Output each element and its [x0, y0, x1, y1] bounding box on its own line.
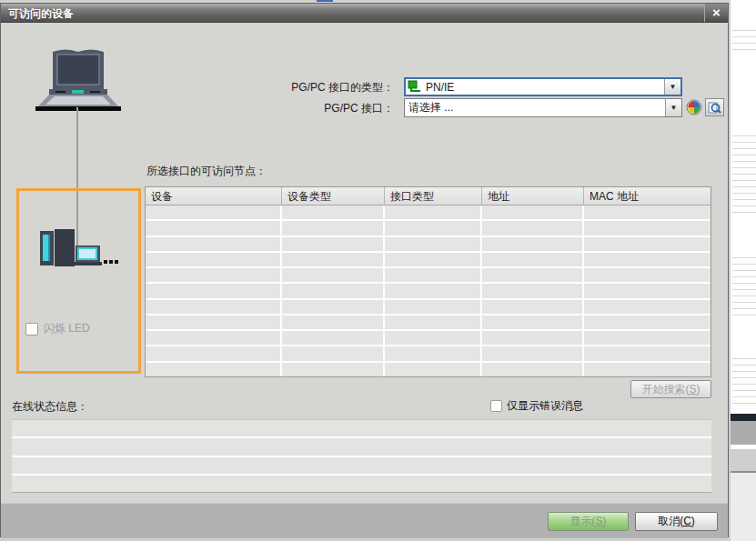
flash-led-control: 闪烁 LED	[25, 321, 90, 336]
table-cell	[146, 316, 282, 329]
table-cell	[282, 300, 385, 314]
status-list	[12, 419, 711, 493]
device-table-body	[146, 205, 711, 376]
network-browse-button[interactable]	[705, 98, 724, 116]
dialog-title: 可访问的设备	[8, 6, 74, 22]
table-row[interactable]	[146, 284, 711, 299]
dialog-titlebar[interactable]: 可访问的设备 ×	[1, 4, 728, 23]
table-cell	[385, 331, 482, 345]
background-list-lines	[732, 130, 756, 213]
table-cell	[385, 268, 482, 282]
status-row	[12, 476, 711, 492]
table-cell	[146, 363, 282, 376]
pgpc-interface-label: PG/PC 接口：	[219, 101, 394, 116]
laptop-icon	[34, 45, 125, 117]
table-cell	[482, 300, 584, 314]
table-cell	[385, 363, 482, 376]
flash-led-label: 闪烁 LED	[44, 321, 90, 336]
table-cell	[282, 346, 385, 360]
status-row	[12, 457, 711, 476]
device-highlight-box	[16, 188, 141, 374]
background-list-lines	[732, 252, 756, 316]
cancel-button[interactable]: 取消(C)	[635, 512, 718, 531]
table-cell	[282, 363, 385, 376]
table-cell	[282, 331, 385, 345]
background-list-lines	[732, 353, 756, 409]
table-row[interactable]	[146, 237, 711, 253]
table-cell	[385, 346, 482, 360]
table-cell	[282, 316, 385, 329]
flash-led-checkbox[interactable]	[25, 323, 38, 336]
device-table-header: 设备 设备类型 接口类型 地址 MAC 地址	[146, 187, 711, 205]
table-cell	[584, 346, 711, 360]
table-cell	[482, 268, 584, 282]
table-row[interactable]	[146, 346, 711, 362]
table-cell	[282, 205, 385, 219]
table-row[interactable]	[146, 221, 711, 236]
background-gray-band	[731, 473, 756, 541]
table-cell	[584, 253, 711, 266]
screen: { "window": { "title": "可访问的设备", "close"…	[0, 0, 756, 541]
table-cell	[282, 237, 385, 251]
table-cell	[282, 284, 385, 297]
pgpc-type-select[interactable]: PN/IE ▼	[404, 77, 682, 96]
table-cell	[282, 221, 385, 235]
errors-only-checkbox[interactable]	[490, 400, 502, 412]
table-cell	[146, 331, 282, 345]
table-cell	[584, 300, 711, 314]
table-cell	[584, 221, 711, 235]
table-cell	[146, 237, 282, 251]
close-button[interactable]: ×	[704, 4, 728, 22]
table-cell	[385, 205, 482, 219]
column-header-device[interactable]: 设备	[146, 187, 282, 205]
background-gray-band	[731, 421, 756, 445]
table-row[interactable]	[146, 331, 711, 346]
table-row[interactable]	[146, 205, 711, 221]
table-cell	[584, 363, 711, 376]
column-header-mac-address[interactable]: MAC 地址	[584, 187, 711, 205]
table-cell	[584, 205, 711, 219]
table-row[interactable]	[146, 363, 711, 376]
table-cell	[482, 363, 584, 376]
table-row[interactable]	[146, 300, 711, 316]
errors-only-label: 仅显示错误消息	[507, 398, 583, 414]
background-app-right-strip	[731, 0, 756, 541]
device-table: 设备 设备类型 接口类型 地址 MAC 地址	[145, 186, 711, 377]
table-row[interactable]	[146, 253, 711, 268]
table-cell	[146, 284, 282, 297]
pgpc-type-label: PG/PC 接口的类型：	[219, 80, 394, 95]
pgpc-interface-select[interactable]: 请选择 ... ▼	[404, 98, 682, 117]
table-cell	[385, 300, 482, 314]
column-header-interface-type[interactable]: 接口类型	[385, 187, 482, 205]
table-row[interactable]	[146, 316, 711, 331]
table-cell	[482, 237, 584, 251]
table-cell	[584, 284, 711, 297]
online-status-label: 在线状态信息：	[12, 399, 88, 415]
table-cell	[584, 331, 711, 345]
table-cell	[146, 253, 282, 266]
table-cell	[385, 284, 482, 297]
table-row[interactable]	[146, 268, 711, 284]
table-cell	[482, 331, 584, 345]
show-button[interactable]: 显示(S)	[548, 512, 629, 531]
table-cell	[385, 237, 482, 251]
table-cell	[282, 253, 385, 266]
background-app-accent-mark	[317, 0, 333, 2]
table-cell	[146, 300, 282, 314]
column-header-address[interactable]: 地址	[482, 187, 584, 205]
start-search-button[interactable]: 开始搜索(S)	[630, 380, 711, 398]
background-dark-band	[731, 414, 756, 421]
magnifier-icon	[708, 101, 721, 115]
status-row	[12, 420, 711, 438]
plc-device-icon	[37, 227, 121, 273]
table-cell	[584, 316, 711, 329]
dropdown-arrow-icon[interactable]: ▼	[665, 99, 681, 116]
dropdown-arrow-icon[interactable]: ▼	[664, 79, 680, 95]
background-list-lines	[732, 25, 756, 50]
errors-only-control: 仅显示错误消息	[490, 398, 583, 414]
accessible-devices-dialog: 可访问的设备 × 闪烁 LED PG/PC 接口的类型：	[0, 3, 729, 537]
pgpc-type-value: PN/IE	[422, 81, 664, 94]
column-header-device-type[interactable]: 设备类型	[282, 187, 385, 205]
pgpc-interface-value: 请选择 ...	[405, 100, 665, 115]
table-cell	[482, 205, 584, 219]
